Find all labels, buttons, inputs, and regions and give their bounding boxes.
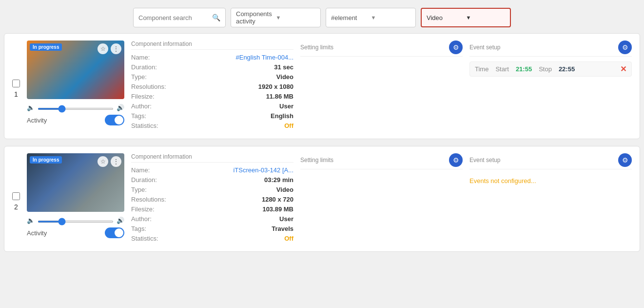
- thumbnail-wrap-1: In progress ☆ ⋮ 🔈 🔊 Activity: [27, 41, 124, 125]
- duration-value-1: 31 sec: [274, 63, 293, 71]
- components-activity-label: Components activity: [236, 10, 276, 25]
- top-bar: 🔍 Components activity ▼ #element ▼ Video…: [4, 4, 640, 33]
- events-not-configured-2: Events not configured...: [469, 174, 632, 187]
- info-row-tags-1: Tags: English: [131, 112, 293, 120]
- search-input-wrap[interactable]: 🔍: [133, 8, 226, 27]
- thumbnail-wrap-2: In progress ☆ ⋮ 🔈 🔊 Activity: [27, 153, 124, 238]
- tags-label-1: Tags:: [131, 112, 173, 120]
- info-row-statistics-1: Statistics: Off: [131, 122, 293, 129]
- info-row-type-2: Type: Video: [131, 186, 293, 193]
- activity-label-2: Activity: [27, 229, 47, 237]
- volume-slider-1[interactable]: [38, 108, 114, 110]
- duration-label-1: Duration:: [131, 63, 173, 71]
- type-label: Video: [427, 14, 466, 21]
- event-stop-value-1: 22:55: [559, 65, 575, 73]
- badge-in-progress-2: In progress: [30, 156, 62, 164]
- filesize-label-2: Filesize:: [131, 205, 173, 213]
- name-label-2: Name:: [131, 166, 173, 174]
- component-info-title-2: Component information: [131, 153, 293, 163]
- resolutions-label-1: Resolutions:: [131, 83, 173, 90]
- name-value-1[interactable]: #English Time-004...: [235, 54, 293, 61]
- thumb-icons-2: ☆ ⋮: [98, 156, 121, 167]
- card-number-1: 1: [14, 90, 18, 98]
- statistics-label-2: Statistics:: [131, 235, 173, 242]
- activity-toggle-2[interactable]: [105, 227, 124, 238]
- card-left-2: 2: [12, 153, 20, 211]
- info-row-duration-2: Duration: 03:29 min: [131, 176, 293, 184]
- thumbnail-2: In progress ☆ ⋮: [27, 153, 124, 212]
- limits-title-1: Setting limits: [300, 44, 333, 51]
- event-start-value-1: 21:55: [516, 65, 532, 73]
- author-label-2: Author:: [131, 215, 173, 223]
- event-time-label-1: Time: [475, 65, 488, 73]
- more-icon-btn-1[interactable]: ⋮: [111, 43, 121, 54]
- info-row-duration-1: Duration: 31 sec: [131, 63, 293, 71]
- card-number-2: 2: [14, 203, 18, 211]
- element-label: #element: [331, 14, 371, 21]
- event-title-1: Event setup: [469, 44, 500, 51]
- card-checkbox-1[interactable]: [12, 80, 20, 87]
- search-input[interactable]: [138, 14, 210, 21]
- tags-label-2: Tags:: [131, 225, 173, 232]
- info-row-filesize-1: Filesize: 11.86 MB: [131, 93, 293, 100]
- type-dropdown[interactable]: Video ▼: [421, 8, 511, 27]
- activity-toggle-1[interactable]: [105, 115, 124, 125]
- element-dropdown[interactable]: #element ▼: [326, 8, 416, 27]
- event-gear-button-1[interactable]: ⚙: [618, 41, 632, 54]
- activity-row-2: Activity: [27, 227, 124, 238]
- limits-title-2: Setting limits: [300, 157, 333, 164]
- info-row-tags-2: Tags: Travels: [131, 225, 293, 232]
- card-1: 1 In progress ☆ ⋮ 🔈 🔊 Activity Component…: [4, 33, 640, 139]
- event-header-1: Event setup ⚙: [469, 41, 632, 57]
- card-left-1: 1: [12, 41, 20, 98]
- filesize-label-1: Filesize:: [131, 93, 173, 100]
- event-start-word-1: Start: [495, 65, 508, 73]
- resolutions-value-1: 1920 x 1080: [258, 83, 293, 90]
- card-checkbox-2[interactable]: [12, 192, 20, 200]
- volume-slider-2[interactable]: [38, 221, 114, 223]
- volume-low-icon-1: 🔈: [27, 104, 35, 111]
- tags-value-1: English: [271, 112, 293, 120]
- volume-high-icon-2: 🔊: [117, 217, 124, 224]
- statistics-value-2: Off: [284, 235, 293, 242]
- star-icon-btn-2[interactable]: ☆: [98, 156, 108, 167]
- event-panel-1: Event setup ⚙ Time Start 21:55 Stop 22:5…: [469, 41, 632, 77]
- card-2: 2 In progress ☆ ⋮ 🔈 🔊 Activity Component…: [4, 146, 640, 252]
- info-row-name-2: Name: iTScreen-03-142 [A...: [131, 166, 293, 174]
- author-value-2: User: [279, 215, 293, 223]
- info-row-author-2: Author: User: [131, 215, 293, 223]
- filesize-value-1: 11.86 MB: [266, 93, 293, 100]
- type-value-2: Video: [276, 186, 293, 193]
- slider-wrap-2[interactable]: [38, 216, 114, 225]
- volume-row-2: 🔈 🔊: [27, 216, 124, 225]
- components-activity-dropdown[interactable]: Components activity ▼: [231, 8, 321, 27]
- event-header-2: Event setup ⚙: [469, 153, 632, 169]
- author-value-1: User: [279, 103, 293, 110]
- event-title-2: Event setup: [469, 157, 500, 164]
- star-icon-btn-1[interactable]: ☆: [98, 43, 108, 54]
- thumbnail-1: In progress ☆ ⋮: [27, 41, 124, 99]
- event-stop-word-1: Stop: [539, 65, 552, 73]
- info-panel-1: Component information Name: #English Tim…: [131, 41, 293, 132]
- event-close-icon-1[interactable]: ✕: [620, 64, 626, 74]
- volume-low-icon-2: 🔈: [27, 217, 35, 224]
- info-row-statistics-2: Statistics: Off: [131, 235, 293, 242]
- volume-row-1: 🔈 🔊: [27, 103, 124, 112]
- type-value-1: Video: [276, 73, 293, 81]
- author-label-1: Author:: [131, 103, 173, 110]
- info-row-resolutions-1: Resolutions: 1920 x 1080: [131, 83, 293, 90]
- limits-gear-button-2[interactable]: ⚙: [449, 153, 463, 167]
- slider-wrap-1[interactable]: [38, 103, 114, 112]
- event-gear-button-2[interactable]: ⚙: [618, 153, 632, 167]
- name-value-2[interactable]: iTScreen-03-142 [A...: [233, 166, 293, 174]
- component-info-title-1: Component information: [131, 41, 293, 50]
- event-panel-2: Event setup ⚙ Events not configured...: [469, 153, 632, 187]
- info-row-filesize-2: Filesize: 103.89 MB: [131, 205, 293, 213]
- info-row-type-1: Type: Video: [131, 73, 293, 81]
- duration-value-2: 03:29 min: [264, 176, 293, 184]
- more-icon-btn-2[interactable]: ⋮: [111, 156, 121, 167]
- limits-gear-button-1[interactable]: ⚙: [449, 41, 463, 54]
- search-icon: 🔍: [212, 14, 220, 21]
- type-label-2: Type:: [131, 186, 173, 193]
- info-row-author-1: Author: User: [131, 103, 293, 110]
